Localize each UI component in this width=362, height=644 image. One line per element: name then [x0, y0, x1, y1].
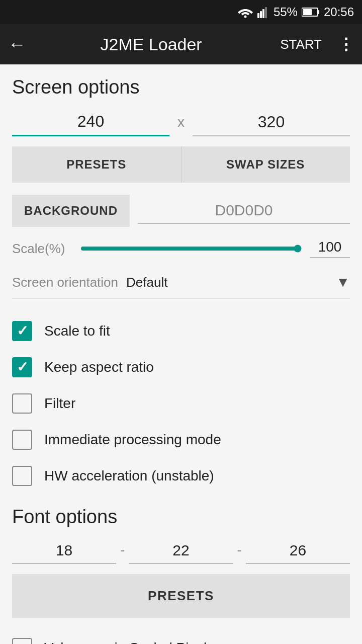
scale-row: Scale(%) 100 [12, 239, 350, 258]
font-presets-button[interactable]: PRESETS [12, 574, 350, 618]
width-input[interactable] [12, 110, 169, 136]
checkbox-immediate-processing[interactable]: Immediate processing mode [12, 422, 350, 458]
scale-to-fit-label: Scale to fit [44, 323, 110, 339]
background-value-wrap [138, 198, 350, 224]
orientation-label: Screen orientation [12, 275, 118, 290]
preset-buttons-row: PRESETS SWAP SIZES [12, 146, 350, 183]
keep-aspect-ratio-label: Keep aspect ratio [44, 359, 154, 375]
background-row: BACKGROUND [12, 195, 350, 227]
scale-label: Scale(%) [12, 241, 72, 257]
font-inputs-row: - - [12, 540, 350, 564]
chevron-down-icon: ▼ [336, 274, 350, 290]
font-size-2-input[interactable] [129, 540, 233, 564]
immediate-processing-checkbox[interactable] [12, 430, 32, 450]
checkbox-scale-to-fit[interactable]: ✓ Scale to fit [12, 313, 350, 349]
font-size-1-input[interactable] [12, 540, 116, 564]
dimension-row: x [12, 110, 350, 136]
wifi-icon [237, 6, 253, 18]
hw-acceleration-checkbox[interactable] [12, 466, 32, 486]
font-sep-2: - [233, 542, 246, 564]
checkbox-filter[interactable]: Filter [12, 385, 350, 422]
height-input-wrap [193, 111, 350, 136]
screen-options-title: Screen options [12, 76, 350, 98]
main-content: Screen options x PRESETS SWAP SIZES BACK… [0, 64, 362, 644]
font-size-1-wrap [12, 540, 116, 564]
orientation-row[interactable]: Screen orientation Default ▼ [12, 274, 350, 299]
checkmark-icon: ✓ [17, 324, 28, 338]
svg-rect-1 [257, 13, 259, 18]
background-button[interactable]: BACKGROUND [12, 195, 130, 227]
scaled-pixels-checkbox[interactable] [12, 638, 32, 644]
checkbox-hw-acceleration[interactable]: HW acceleration (unstable) [12, 458, 350, 494]
orientation-value: Default [126, 275, 336, 290]
svg-rect-3 [262, 9, 264, 18]
background-value-input[interactable] [138, 198, 350, 223]
signal-icon [257, 6, 269, 18]
immediate-processing-label: Immediate processing mode [44, 432, 221, 448]
width-input-wrap [12, 110, 169, 136]
app-title: J2ME Loader [38, 35, 264, 54]
font-options-section: Font options - - PRESETS Values are in S… [12, 506, 350, 644]
font-sep-1: - [116, 542, 129, 564]
status-icons: 55% 20:56 [237, 5, 354, 19]
svg-rect-6 [318, 10, 319, 14]
svg-rect-7 [303, 9, 312, 15]
time-display: 20:56 [324, 5, 354, 19]
battery-percent: 55% [274, 5, 298, 19]
checkbox-scaled-pixels[interactable]: Values are in Scaled Pixels [12, 630, 350, 644]
filter-checkbox[interactable] [12, 393, 32, 414]
dimension-separator: x [169, 114, 193, 136]
screen-options-section: Screen options x PRESETS SWAP SIZES BACK… [12, 76, 350, 494]
checkboxes-container: ✓ Scale to fit ✓ Keep aspect ratio Filte… [12, 313, 350, 494]
svg-rect-4 [265, 7, 267, 18]
font-size-2-wrap [129, 540, 233, 564]
font-options-title: Font options [12, 506, 350, 528]
orientation-select-wrap[interactable]: Default ▼ [126, 274, 350, 290]
battery-icon [302, 7, 320, 17]
checkmark-icon-2: ✓ [17, 360, 28, 374]
keep-aspect-ratio-checkbox[interactable]: ✓ [12, 357, 32, 377]
start-button[interactable]: START [276, 33, 326, 56]
scale-value: 100 [310, 239, 350, 258]
checkbox-keep-aspect-ratio[interactable]: ✓ Keep aspect ratio [12, 349, 350, 385]
presets-button[interactable]: PRESETS [12, 146, 182, 183]
height-input[interactable] [193, 111, 350, 136]
more-options-button[interactable]: ⋮ [338, 35, 354, 54]
scale-slider[interactable] [80, 240, 302, 257]
swap-sizes-button[interactable]: SWAP SIZES [182, 146, 350, 183]
status-bar: 55% 20:56 [0, 0, 362, 24]
font-size-3-input[interactable] [246, 540, 350, 564]
font-size-3-wrap [246, 540, 350, 564]
back-button[interactable]: ← [8, 34, 26, 55]
scaled-pixels-label: Values are in Scaled Pixels [44, 640, 214, 644]
filter-label: Filter [44, 395, 75, 412]
app-bar: ← J2ME Loader START ⋮ [0, 24, 362, 64]
svg-point-0 [244, 16, 246, 18]
scale-to-fit-checkbox[interactable]: ✓ [12, 321, 32, 341]
hw-acceleration-label: HW acceleration (unstable) [44, 468, 214, 484]
svg-rect-2 [260, 11, 262, 18]
